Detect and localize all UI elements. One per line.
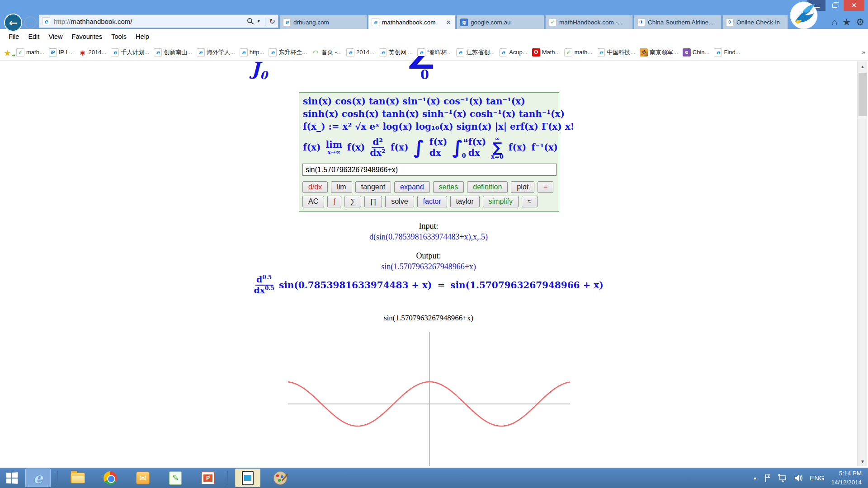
tab-google-com-au[interactable]: ggoogle.com.au (457, 15, 544, 29)
taskbar-app-paint[interactable] (268, 469, 293, 487)
vertical-scrollbar[interactable]: ▲ ▼ (857, 61, 867, 466)
favorite-item[interactable]: e东升杯全... (269, 48, 307, 56)
menu-help[interactable]: Help (132, 31, 153, 42)
menu-file[interactable]: File (5, 31, 23, 42)
action-center-flag-icon[interactable] (764, 474, 771, 482)
url-text[interactable]: http://mathhandbook.com/ (54, 18, 247, 25)
favorite-item[interactable]: 彡南京领军... (640, 48, 678, 56)
search-icon[interactable] (247, 18, 254, 25)
favorite-item[interactable]: e海外学人... (197, 48, 235, 56)
ie-favicon-icon: e (597, 48, 605, 56)
menu-edit[interactable]: Edit (24, 31, 43, 42)
forward-button[interactable]: → (24, 16, 37, 29)
calc-button-solve[interactable]: solve (385, 196, 414, 207)
calc-button-item[interactable]: ∏ (364, 196, 382, 207)
close-button[interactable]: ✕ (844, 0, 864, 11)
calc-button-tangent[interactable]: tangent (355, 181, 391, 193)
calc-button-lim[interactable]: lim (331, 181, 352, 193)
calc-button-item[interactable]: ∑ (344, 196, 361, 207)
taskbar-app-outlook[interactable]: ✉ (130, 469, 156, 487)
tab-drhuang-com[interactable]: edrhuang.com (279, 15, 367, 29)
settings-gear-icon[interactable]: ⚙ (856, 17, 864, 27)
menu-tools[interactable]: Tools (107, 31, 131, 42)
favorites-star-icon[interactable]: ★ (842, 17, 851, 27)
calc-button-item[interactable]: ∫ (327, 196, 341, 207)
favorite-2014[interactable]: ◉2014... (78, 48, 106, 56)
favorite-item[interactable]: e江苏省创... (456, 48, 495, 56)
refresh-icon[interactable]: ↻ (269, 17, 275, 26)
show-hidden-icons-icon[interactable]: ▲ (753, 475, 757, 480)
favorite-math[interactable]: ✓math... (16, 48, 44, 56)
favorite-math[interactable]: ✓math... (564, 48, 592, 56)
favorite-item[interactable]: e“春晖杯... (417, 48, 452, 56)
favorite-math[interactable]: OMath... (532, 48, 560, 56)
favorite-label: math... (574, 49, 592, 56)
favorites-overflow-chevron[interactable]: » (862, 49, 865, 56)
start-button[interactable] (0, 468, 24, 488)
ie-favicon-icon: e (154, 48, 162, 56)
calc-button-simplify[interactable]: simplify (483, 196, 519, 207)
clock[interactable]: 5:14 PM 14/12/2014 (831, 469, 862, 487)
taskbar-app-powerpoint[interactable]: P (195, 469, 221, 487)
airline-favicon-icon: ✈ (637, 19, 645, 26)
restore-button[interactable] (826, 0, 844, 11)
tab-strip: edrhuang.comemathhandbook.com×ggoogle.co… (279, 15, 789, 29)
taskbar-app-notepad-plus-plus[interactable]: ✎ (163, 469, 188, 487)
bird-logo[interactable] (789, 1, 818, 30)
tab-mathhandbook-com[interactable]: emathhandbook.com× (368, 15, 456, 29)
calc-button-item[interactable]: = (538, 181, 553, 193)
scroll-up-icon[interactable]: ▲ (858, 61, 868, 71)
calc-button-series[interactable]: series (433, 181, 464, 193)
favorite-find[interactable]: eFind... (714, 48, 740, 56)
calc-button-factor[interactable]: factor (417, 196, 447, 207)
tab-label: mathHandbook.com -... (559, 19, 629, 26)
search-dropdown-icon[interactable]: ▼ (257, 19, 261, 23)
network-icon[interactable] (778, 474, 787, 482)
taskbar-app-remote-desktop[interactable] (235, 469, 260, 487)
swoosh-favicon-icon: ◠ (311, 48, 320, 56)
favorite-2014[interactable]: e2014... (346, 48, 374, 56)
calculator-button-row-2: AC∫∑∏solvefactortaylorsimplify≈ (302, 196, 556, 207)
tab-label: drhuang.com (293, 19, 363, 26)
address-bar[interactable]: e http://mathhandbook.com/ ▼ ↻ (39, 14, 278, 28)
menu-favourites[interactable]: Favourites (68, 31, 107, 42)
favorite-item[interactable]: e英创网 ... (379, 48, 413, 56)
check-favicon-icon: ✓ (564, 48, 572, 56)
favorite-item[interactable]: ◠首页 -... (311, 48, 342, 56)
calc-button-expand[interactable]: expand (394, 181, 430, 193)
calc-button-definition[interactable]: definition (467, 181, 508, 193)
calc-button-ac[interactable]: AC (302, 196, 324, 207)
calc-button-plot[interactable]: plot (511, 181, 534, 193)
volume-icon[interactable] (794, 474, 803, 482)
calc-button-taylor[interactable]: taylor (450, 196, 480, 207)
tab-online-check-in[interactable]: ✈Online Check-in (722, 15, 788, 29)
favorite-item[interactable]: e创新南山... (154, 48, 192, 56)
windows-logo-icon (6, 472, 18, 483)
scrollbar-thumb[interactable] (859, 73, 867, 116)
calc-button-item[interactable]: ≈ (522, 196, 538, 207)
taskbar-app-file-explorer[interactable] (65, 469, 90, 487)
tab-mathhandbook-com[interactable]: ✓mathHandbook.com -... (545, 15, 633, 29)
taskbar-app-chrome[interactable] (98, 469, 123, 487)
favorite-acup[interactable]: eAcup... (499, 48, 527, 56)
scroll-down-icon[interactable]: ▼ (858, 456, 868, 466)
tab-close-icon[interactable]: × (445, 19, 452, 26)
language-indicator[interactable]: ENG (810, 474, 825, 482)
formula-rhs: sin(1.5707963267948966 + x) (450, 280, 603, 291)
add-favorite-icon[interactable]: ★ (4, 48, 14, 57)
favorite-label: 创新南山... (164, 48, 192, 56)
menu-view[interactable]: View (44, 31, 66, 42)
favorite-item[interactable]: e千人计划... (111, 48, 149, 56)
tab-china-southern-airline[interactable]: ✈China Southern Airline... (634, 15, 722, 29)
expression-input[interactable] (302, 164, 557, 176)
favorite-item[interactable]: e中国科技... (597, 48, 635, 56)
taskbar-app-internet-explorer[interactable]: e (25, 469, 51, 487)
home-icon[interactable]: ⌂ (832, 17, 838, 27)
plain-result-text: sin(1.5707963267948966+x) (0, 314, 857, 323)
favorite-chin[interactable]: eChin... (683, 48, 710, 56)
favorite-ip-l[interactable]: iPIP L... (49, 48, 74, 56)
back-button[interactable]: ← (4, 14, 22, 32)
ie-favicon-icon: e (372, 19, 379, 26)
calc-button-d-dx[interactable]: d/dx (302, 181, 328, 193)
favorite-http[interactable]: ehttp... (240, 48, 264, 56)
